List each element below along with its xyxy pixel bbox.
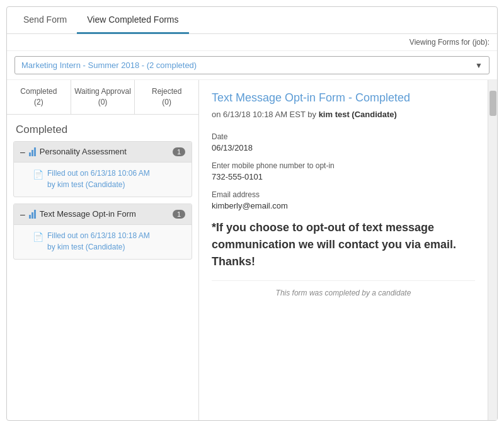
scrollbar-thumb[interactable] — [490, 91, 496, 116]
form-item-header-2[interactable]: – Text Message Opt-in Form 1 — [14, 204, 192, 225]
job-select[interactable]: Marketing Intern - Summer 2018 - (2 comp… — [14, 56, 490, 74]
subtitle-user: kim test (Candidate) — [319, 110, 397, 119]
filled-line2-2: by kim test (Candidate) — [47, 241, 150, 253]
filled-line1-1: Filled out on 6/13/18 10:06 AM — [47, 168, 150, 179]
status-tab-completed-count: (2) — [9, 97, 68, 108]
opt-out-notice: *If you choose to opt-out of text messag… — [212, 219, 475, 270]
status-tab-rejected-label: Rejected — [152, 87, 181, 96]
list-item: – Personality Assessment 1 📄 — [13, 141, 192, 197]
filled-line2-1: by kim test (Candidate) — [47, 179, 150, 190]
field-label-phone: Enter mobile phone number to opt-in — [212, 161, 475, 170]
job-select-value: Marketing Intern - Summer 2018 - (2 comp… — [21, 60, 197, 70]
form-badge-1: 1 — [173, 147, 185, 156]
status-tab-rejected-count: (0) — [137, 97, 196, 108]
right-panel: Text Message Opt-in Form - Completed on … — [199, 80, 488, 420]
main-content: Completed (2) Waiting Approval (0) Rejec… — [7, 80, 497, 420]
file-icon-2: 📄 — [33, 231, 43, 244]
status-tab-waiting[interactable]: Waiting Approval (0) — [71, 80, 135, 114]
minus-icon: – — [20, 147, 25, 157]
form-name-text-2: Text Message Opt-in Form — [40, 209, 136, 219]
form-detail-title: Text Message Opt-in Form - Completed — [212, 91, 475, 105]
field-label-date: Date — [212, 132, 475, 141]
status-tabs: Completed (2) Waiting Approval (0) Rejec… — [7, 80, 198, 115]
tab-view-completed-forms[interactable]: View Completed Forms — [77, 7, 188, 34]
form-detail-subtitle: on 6/13/18 10:18 AM EST by kim test (Can… — [212, 108, 475, 121]
field-value-date: 06/13/2018 — [212, 143, 475, 152]
viewing-bar: Viewing Forms for (job): — [7, 34, 497, 51]
field-label-email: Email address — [212, 190, 475, 199]
status-tab-waiting-count: (0) — [74, 97, 132, 108]
subtitle-prefix: on 6/13/18 10:18 AM EST by — [212, 110, 316, 119]
form-name-text-1: Personality Assessment — [40, 147, 127, 156]
filled-line1-2: Filled out on 6/13/18 10:18 AM — [47, 230, 150, 241]
form-name-2: – Text Message Opt-in Form — [20, 209, 136, 219]
form-item-header-1[interactable]: – Personality Assessment 1 — [14, 142, 192, 163]
tab-bar: Send Form View Completed Forms — [7, 7, 497, 34]
field-value-email: kimberly@email.com — [212, 201, 475, 210]
tab-send-form[interactable]: Send Form — [13, 7, 77, 34]
form-footer: This form was completed by a candidate — [212, 280, 475, 297]
completed-section-heading: Completed — [7, 115, 198, 141]
form-item-body-1: 📄 Filled out on 6/13/18 10:06 AM by kim … — [14, 163, 192, 197]
status-tab-rejected[interactable]: Rejected (0) — [135, 80, 198, 114]
bar-chart-icon-2 — [29, 210, 36, 219]
form-badge-2: 1 — [173, 210, 185, 219]
viewing-label: Viewing Forms for (job): — [410, 38, 490, 47]
list-item: – Text Message Opt-in Form 1 📄 — [13, 203, 192, 260]
filled-info-1: 📄 Filled out on 6/13/18 10:06 AM by kim … — [33, 168, 184, 190]
filled-info-2: 📄 Filled out on 6/13/18 10:18 AM by kim … — [33, 230, 184, 253]
left-panel: Completed (2) Waiting Approval (0) Rejec… — [7, 80, 199, 420]
scrollbar[interactable] — [488, 80, 497, 420]
file-icon-1: 📄 — [33, 168, 43, 181]
minus-icon-2: – — [20, 209, 25, 219]
chevron-down-icon: ▼ — [475, 61, 483, 70]
form-footer-text: This form was completed by a candidate — [276, 289, 411, 297]
form-item-body-2: 📄 Filled out on 6/13/18 10:18 AM by kim … — [14, 225, 192, 259]
field-value-phone: 732-555-0101 — [212, 172, 475, 181]
status-tab-waiting-label: Waiting Approval — [74, 87, 131, 96]
form-name-1: – Personality Assessment — [20, 147, 127, 157]
bar-chart-icon-1 — [29, 147, 36, 156]
status-tab-completed[interactable]: Completed (2) — [7, 80, 71, 114]
job-selector-container: Marketing Intern - Summer 2018 - (2 comp… — [7, 51, 497, 80]
status-tab-completed-label: Completed — [20, 87, 57, 96]
